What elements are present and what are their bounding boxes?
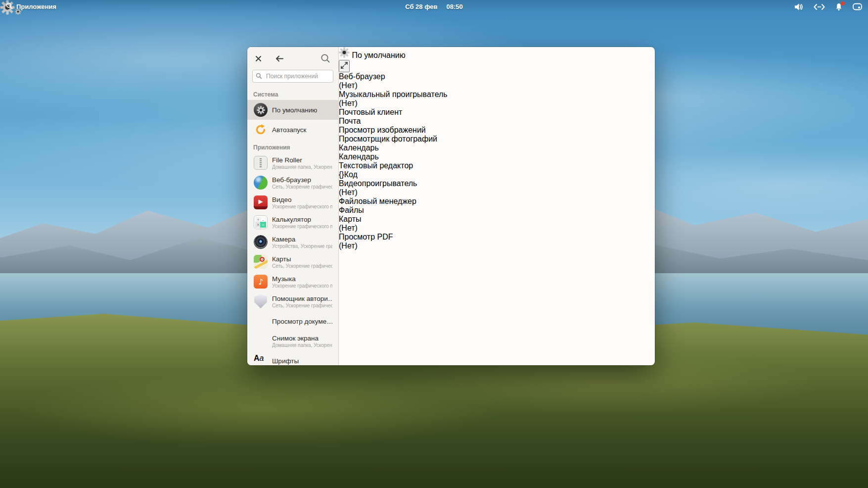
sidebar-item-text: Шрифты bbox=[272, 357, 299, 365]
field-dropdown[interactable]: Просмотрщик фотографий bbox=[339, 135, 448, 144]
sidebar-item[interactable]: ВидеоУскорение графического пр… bbox=[247, 193, 338, 212]
sidebar-item[interactable]: AaШрифты bbox=[247, 351, 338, 365]
session-icon[interactable] bbox=[853, 3, 862, 10]
default-app-field: Карты(Нет) bbox=[339, 215, 448, 233]
sidebar-item[interactable]: Снимок экранаДомашняя папка, Ускорени… bbox=[247, 331, 338, 351]
camera-icon bbox=[253, 235, 268, 249]
web-browser-icon bbox=[253, 175, 268, 190]
sidebar-item-text: ВидеоУскорение графического пр… bbox=[272, 196, 332, 209]
field-label: Просмотр изображений bbox=[339, 126, 448, 135]
default-app-field: Почтовый клиентПочта bbox=[339, 108, 448, 126]
sidebar-item-name: Веб-браузер bbox=[272, 176, 332, 184]
sidebar-item[interactable]: КамераУстройства, Ускорение гра… bbox=[247, 232, 338, 252]
dropdown-value: (Нет) bbox=[339, 99, 358, 107]
dropdown-value: (Нет) bbox=[339, 224, 358, 232]
back-button[interactable] bbox=[274, 54, 284, 63]
sidebar-item-name: Помощник автори… bbox=[272, 295, 332, 302]
field-dropdown[interactable]: {}Код bbox=[339, 170, 448, 179]
autostart-icon bbox=[253, 122, 268, 137]
volume-icon[interactable] bbox=[794, 3, 804, 11]
field-dropdown[interactable]: Календарь bbox=[339, 152, 448, 161]
sidebar-item-name: Шрифты bbox=[272, 357, 299, 365]
search-input[interactable] bbox=[252, 70, 333, 83]
sidebar-item-text: Веб-браузерСеть, Ускорение графическ… bbox=[272, 176, 332, 190]
sidebar-item-text: КамераУстройства, Ускорение гра… bbox=[272, 236, 332, 249]
videos-icon bbox=[253, 195, 268, 210]
sidebar-item-name: Видео bbox=[272, 196, 332, 203]
sidebar-item-text: КартыСеть, Ускорение графическ… bbox=[272, 255, 332, 269]
default-app-field: Видеопроигрыватель(Нет) bbox=[339, 179, 448, 197]
screenshot-icon bbox=[253, 334, 268, 348]
file-roller-icon bbox=[253, 155, 268, 170]
panel-date: Сб 28 фев bbox=[405, 3, 437, 10]
sidebar-item-name: Карты bbox=[272, 255, 332, 263]
field-label: Карты bbox=[339, 215, 448, 224]
pane-header: По умолчанию bbox=[339, 47, 448, 60]
field-dropdown: (Нет) bbox=[339, 81, 448, 90]
settings-sidebar: СистемаПо умолчаниюАвтозапускПриложенияF… bbox=[247, 47, 339, 365]
sidebar-item[interactable]: МузыкаУскорение графического пр… bbox=[247, 272, 338, 292]
sidebar-item-name: Автозапуск bbox=[272, 126, 307, 134]
sidebar-section-label: Приложения bbox=[247, 140, 338, 153]
fullscreen-icon[interactable] bbox=[339, 60, 350, 72]
sidebar-item-subtitle: Ускорение графического пр… bbox=[272, 224, 332, 229]
field-label: Музыкальный проигрыватель bbox=[339, 90, 448, 99]
dropdown-value: Календарь bbox=[339, 152, 379, 161]
field-dropdown: (Нет) bbox=[339, 99, 448, 108]
sidebar-item-text: Снимок экранаДомашняя папка, Ускорени… bbox=[272, 335, 332, 348]
default-app-field: Музыкальный проигрыватель(Нет) bbox=[339, 90, 448, 108]
sidebar-item[interactable]: +−×=КалькуляторУскорение графического пр… bbox=[247, 212, 338, 232]
document-viewer-icon bbox=[253, 314, 268, 329]
sidebar-section-label: Система bbox=[247, 87, 338, 100]
sidebar-item-subtitle: Домашняя папка, Ускорени… bbox=[272, 342, 332, 348]
sidebar-item[interactable]: КартыСеть, Ускорение графическ… bbox=[247, 252, 338, 272]
defaults-icon bbox=[253, 102, 268, 117]
notifications-icon[interactable] bbox=[835, 3, 843, 11]
sidebar-item-text: КалькуляторУскорение графического пр… bbox=[272, 216, 332, 229]
field-dropdown[interactable]: Файлы bbox=[339, 206, 448, 215]
field-label: Видеопроигрыватель bbox=[339, 179, 448, 188]
datetime-button[interactable]: Сб 28 фев 08:50 bbox=[405, 3, 463, 10]
calculator-icon: +−×= bbox=[253, 215, 268, 230]
dropdown-value: (Нет) bbox=[339, 188, 358, 196]
auth-agent-icon bbox=[253, 294, 268, 309]
sidebar-item-text: File RollerДомашняя папка, Ускорени… bbox=[272, 156, 332, 170]
sidebar-item[interactable]: Помощник автори…Сеть, Ускорение графичес… bbox=[247, 292, 338, 311]
sidebar-item-name: Просмотр докуме… bbox=[272, 318, 332, 325]
field-dropdown: (Нет) bbox=[339, 224, 448, 233]
settings-window: СистемаПо умолчаниюАвтозапускПриложенияF… bbox=[247, 47, 655, 365]
search-input-icon bbox=[256, 73, 262, 79]
top-panel: Приложения Сб 28 фев 08:50 bbox=[0, 0, 868, 13]
applications-menu-button[interactable]: Приложения bbox=[6, 2, 56, 11]
sidebar-item-name: Камера bbox=[272, 236, 332, 243]
desktop: Приложения Сб 28 фев 08:50 bbox=[0, 0, 868, 488]
sidebar-item-name: Музыка bbox=[272, 275, 332, 283]
sidebar-item[interactable]: По умолчанию bbox=[247, 100, 338, 120]
field-label: Просмотр PDF bbox=[339, 233, 448, 242]
network-icon[interactable] bbox=[814, 3, 825, 10]
sidebar-item[interactable]: Автозапуск bbox=[247, 120, 338, 140]
sidebar-item[interactable]: File RollerДомашняя папка, Ускорени… bbox=[247, 153, 338, 173]
sidebar-item-text: МузыкаУскорение графического пр… bbox=[272, 275, 332, 289]
default-app-field: Файловый менеджерФайлы bbox=[339, 197, 448, 215]
field-label: Календарь bbox=[339, 144, 448, 152]
dropdown-value: Код bbox=[344, 170, 358, 179]
field-dropdown: (Нет) bbox=[339, 188, 448, 197]
field-dropdown[interactable]: Почта bbox=[339, 117, 448, 126]
page-title: По умолчанию bbox=[352, 51, 405, 59]
sidebar-item-subtitle: Устройства, Ускорение гра… bbox=[272, 244, 332, 249]
sidebar-headerbar[interactable] bbox=[247, 47, 338, 70]
field-dropdown: (Нет) bbox=[339, 242, 448, 250]
search-toggle-button[interactable] bbox=[320, 52, 331, 64]
notification-badge bbox=[841, 1, 845, 5]
default-app-field: Просмотр PDF(Нет) bbox=[339, 233, 448, 250]
sidebar-item-subtitle: Ускорение графического пр… bbox=[272, 204, 332, 209]
close-button[interactable] bbox=[254, 54, 263, 63]
sidebar-item[interactable]: Просмотр докуме… bbox=[247, 311, 338, 331]
sidebar-app-list: СистемаПо умолчаниюАвтозапускПриложенияF… bbox=[247, 87, 338, 365]
sidebar-item-subtitle: Сеть, Ускорение графическ… bbox=[272, 303, 332, 308]
music-icon bbox=[253, 274, 268, 289]
search-icon bbox=[6, 2, 13, 11]
dropdown-value: Файлы bbox=[339, 206, 364, 214]
sidebar-item[interactable]: Веб-браузерСеть, Ускорение графическ… bbox=[247, 173, 338, 193]
